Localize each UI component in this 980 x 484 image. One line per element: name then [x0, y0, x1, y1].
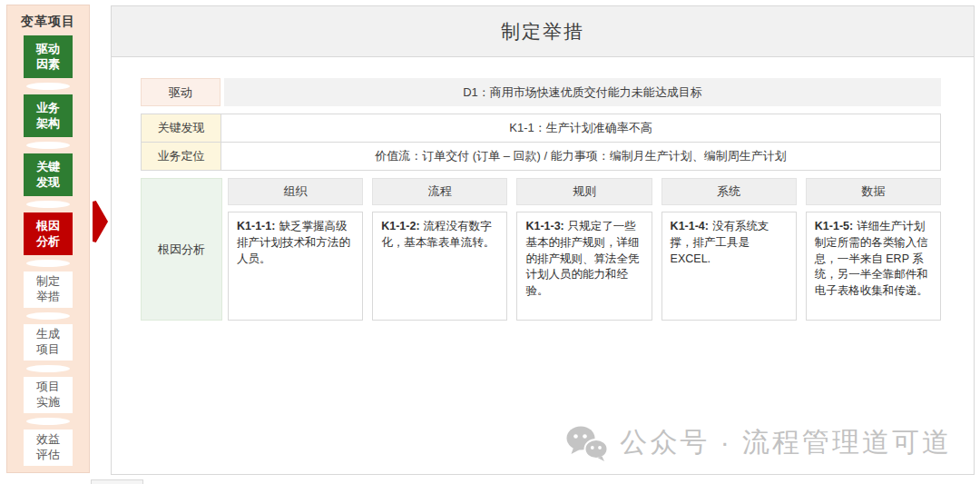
step-label: 效益 评估 [36, 432, 60, 463]
watermark-text: 公众号 · 流程管理道可道 [620, 424, 952, 461]
root-cause-section: 根因分析 组织 K1-1-1:缺乏掌握高级排产计划技术和方法的人员。 流程 K1… [141, 178, 941, 321]
panel-body: 驱动 D1：商用市场快速优质交付能力未能达成目标 关键发现 K1-1：生产计划准… [112, 57, 974, 474]
step-label: 根因 分析 [36, 219, 60, 250]
step-label: 生成 项目 [36, 327, 60, 358]
card-id: K1-1-3: [525, 220, 564, 232]
active-step-arrow-icon [93, 201, 108, 242]
driver-row-value: D1：商用市场快速优质交付能力未能达成目标 [224, 78, 941, 106]
business-position-value: 价值流：订单交付 (订单 – 回款) / 能力事项：编制月生产计划、编制周生产计… [221, 143, 940, 170]
driver-row: 驱动 D1：商用市场快速优质交付能力未能达成目标 [141, 78, 941, 106]
key-finding-value: K1-1：生产计划准确率不高 [221, 114, 940, 142]
root-cause-column-process: 流程 K1-1-2:流程没有数字化，基本靠表单流转。 [372, 178, 507, 321]
root-cause-column-system: 系统 K1-1-4:没有系统支撑，排产工具是 EXCEL. [662, 178, 797, 321]
partial-element-edge [91, 479, 143, 484]
sidebar-item-business-architecture[interactable]: 业务 架构 [24, 94, 73, 137]
step-label: 关键 发现 [36, 160, 60, 191]
root-cause-card: K1-1-4:没有系统支撑，排产工具是 EXCEL. [662, 212, 797, 321]
watermark: 公众号 · 流程管理道可道 [565, 424, 952, 461]
chevron-down-icon [26, 260, 70, 267]
sidebar-item-formulate-measures[interactable]: 制定 举措 [24, 272, 73, 308]
main-panel: 制定举措 驱动 D1：商用市场快速优质交付能力未能达成目标 关键发现 K1-1：… [111, 5, 975, 475]
column-header: 规则 [516, 178, 652, 205]
root-cause-column-data: 数据 K1-1-5:详细生产计划制定所需的各类输入信息，一半来自 ERP 系统，… [806, 178, 941, 321]
business-position-row: 业务定位 价值流：订单交付 (订单 – 回款) / 能力事项：编制月生产计划、编… [142, 142, 940, 170]
sidebar-item-key-findings[interactable]: 关键 发现 [24, 153, 73, 196]
sidebar-item-generate-projects[interactable]: 生成 项目 [24, 324, 73, 361]
chevron-down-icon [26, 142, 70, 149]
root-cause-column-rules: 规则 K1-1-3:只规定了一些基本的排产规则，详细的排产规则、算法全凭计划人员… [516, 178, 652, 321]
driver-row-label: 驱动 [141, 78, 220, 106]
step-label: 制定 举措 [36, 274, 60, 305]
chevron-down-icon [26, 365, 70, 372]
column-header: 数据 [806, 178, 941, 205]
process-steps: 驱动 因素 业务 架构 关键 发现 根因 分析 制定 举措 生成 项目 项目 实… [7, 35, 89, 466]
wechat-bubbles-icon [565, 425, 609, 461]
step-label: 项目 实施 [36, 380, 60, 410]
root-cause-card: K1-1-1:缺乏掌握高级排产计划技术和方法的人员。 [228, 212, 363, 321]
panel-header: 制定举措 [112, 6, 974, 57]
chevron-down-icon [26, 83, 70, 90]
column-header: 系统 [662, 178, 797, 205]
page-title: 制定举措 [501, 19, 584, 44]
card-id: K1-1-5: [815, 220, 853, 232]
root-cause-card: K1-1-3:只规定了一些基本的排产规则，详细的排产规则、算法全凭计划人员的能力… [516, 212, 652, 321]
sidebar-title: 变革项目 [7, 14, 89, 30]
sidebar-item-root-cause-analysis[interactable]: 根因 分析 [24, 212, 73, 255]
root-cause-card: K1-1-2:流程没有数字化，基本靠表单流转。 [372, 212, 507, 321]
business-position-label: 业务定位 [142, 143, 221, 170]
chevron-down-icon [26, 312, 70, 320]
key-finding-label: 关键发现 [142, 114, 221, 142]
root-cause-column-organization: 组织 K1-1-1:缺乏掌握高级排产计划技术和方法的人员。 [228, 178, 363, 321]
key-finding-row: 关键发现 K1-1：生产计划准确率不高 [142, 114, 940, 142]
step-label: 驱动 因素 [36, 42, 60, 73]
card-id: K1-1-4: [671, 220, 709, 232]
findings-table: 关键发现 K1-1：生产计划准确率不高 业务定位 价值流：订单交付 (订单 – … [141, 114, 941, 171]
sidebar-item-benefit-evaluation[interactable]: 效益 评估 [24, 430, 73, 466]
step-label: 业务 架构 [36, 101, 60, 132]
chevron-down-icon [26, 418, 70, 425]
column-header: 流程 [372, 178, 507, 205]
card-id: K1-1-2: [381, 220, 419, 232]
root-cause-columns: 组织 K1-1-1:缺乏掌握高级排产计划技术和方法的人员。 流程 K1-1-2:… [228, 178, 941, 321]
chevron-down-icon [26, 201, 70, 208]
card-id: K1-1-1: [237, 220, 275, 232]
root-cause-card: K1-1-5:详细生产计划制定所需的各类输入信息，一半来自 ERP 系统，另一半… [806, 212, 941, 321]
root-cause-label: 根因分析 [141, 178, 222, 321]
column-header: 组织 [228, 178, 363, 205]
sidebar-item-driving-factors[interactable]: 驱动 因素 [24, 35, 73, 78]
sidebar-item-project-implementation[interactable]: 项目 实施 [24, 377, 73, 413]
process-sidebar: 变革项目 驱动 因素 业务 架构 关键 发现 根因 分析 制定 举措 生成 项目… [6, 5, 90, 473]
